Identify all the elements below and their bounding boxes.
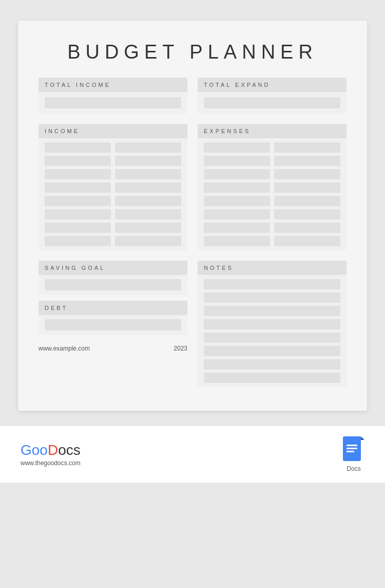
page-title: BUDGET PLANNER (38, 41, 346, 63)
footer: www.example.com 2023 (38, 341, 187, 352)
table-row (204, 169, 340, 179)
expense-cell-8b[interactable] (274, 236, 340, 246)
income-cell-5a[interactable] (45, 196, 111, 206)
note-cell-4[interactable] (204, 319, 340, 329)
expenses-rows (198, 138, 346, 250)
table-row (45, 196, 181, 206)
income-cell-7a[interactable] (45, 223, 111, 233)
docs-file-icon (343, 436, 364, 463)
budget-planner-page: BUDGET PLANNER TOTAL INCOME TOTAL EXPAND… (18, 21, 367, 411)
note-cell-5[interactable] (204, 333, 340, 343)
income-cell-3a[interactable] (45, 169, 111, 179)
expense-cell-3b[interactable] (274, 169, 340, 179)
expenses-header: EXPENSES (198, 124, 346, 138)
right-bottom-area: NOTES (198, 261, 346, 387)
expense-cell-7a[interactable] (204, 223, 270, 233)
saving-goal-body (38, 275, 187, 295)
svg-rect-2 (346, 445, 357, 446)
expense-cell-5a[interactable] (204, 196, 270, 206)
left-bottom-area: SAVING GOAL DEBT www.example.com 2023 (38, 261, 187, 387)
expenses-table: EXPENSES (198, 124, 346, 250)
middle-section: INCOME (38, 124, 346, 250)
saving-goal-bar[interactable] (45, 279, 181, 290)
table-row (204, 209, 340, 219)
table-row (45, 223, 181, 233)
table-row (204, 182, 340, 193)
table-row (45, 169, 181, 179)
income-cell-6a[interactable] (45, 209, 111, 219)
footer-url: www.example.com (38, 345, 90, 352)
total-expand-value-bar[interactable] (204, 97, 340, 108)
note-cell-8[interactable] (204, 373, 340, 383)
expense-cell-3a[interactable] (204, 169, 270, 179)
expense-cell-1b[interactable] (274, 142, 340, 153)
expense-cell-7b[interactable] (274, 223, 340, 233)
note-cell-6[interactable] (204, 346, 340, 356)
svg-rect-3 (346, 448, 357, 449)
svg-marker-1 (361, 436, 364, 440)
table-row (204, 236, 340, 246)
income-cell-4a[interactable] (45, 182, 111, 193)
debt-header: DEBT (38, 301, 187, 315)
expense-cell-6b[interactable] (274, 209, 340, 219)
top-summary-section: TOTAL INCOME TOTAL EXPAND (38, 78, 346, 114)
table-row (204, 223, 340, 233)
docs-label: Docs (346, 465, 360, 472)
note-cell-7[interactable] (204, 359, 340, 370)
debt-bar[interactable] (45, 319, 181, 330)
logo-ocs: ocs (58, 442, 81, 458)
income-cell-1a[interactable] (45, 142, 111, 153)
logo-d: D (48, 442, 58, 458)
branding-bar: GooDocs www.thegoodocs.com Docs (0, 426, 385, 483)
goodocs-logo: GooDocs www.thegoodocs.com (21, 442, 81, 467)
note-cell-3[interactable] (204, 306, 340, 316)
income-rows (38, 138, 187, 250)
table-row (45, 156, 181, 166)
total-expand-body (198, 92, 346, 114)
total-income-body (38, 92, 187, 114)
total-expand-card: TOTAL EXPAND (198, 78, 346, 114)
income-header: INCOME (38, 124, 187, 138)
income-cell-2a[interactable] (45, 156, 111, 166)
table-row (45, 142, 181, 153)
notes-rows (198, 275, 346, 387)
logo-text: GooDocs (21, 442, 81, 458)
table-row (45, 236, 181, 246)
table-row (204, 196, 340, 206)
income-cell-2b[interactable] (115, 156, 181, 166)
expense-cell-4a[interactable] (204, 182, 270, 193)
table-row (45, 182, 181, 193)
expense-cell-2a[interactable] (204, 156, 270, 166)
income-cell-8a[interactable] (45, 236, 111, 246)
total-expand-header: TOTAL EXPAND (198, 78, 346, 92)
income-cell-8b[interactable] (115, 236, 181, 246)
income-cell-3b[interactable] (115, 169, 181, 179)
income-cell-1b[interactable] (115, 142, 181, 153)
debt-card: DEBT (38, 301, 187, 335)
svg-rect-4 (346, 451, 354, 452)
income-table: INCOME (38, 124, 187, 250)
table-row (204, 142, 340, 153)
debt-body (38, 315, 187, 335)
logo-url: www.thegoodocs.com (21, 460, 81, 467)
total-income-header: TOTAL INCOME (38, 78, 187, 92)
logo-goo: Goo (21, 442, 48, 458)
income-cell-5b[interactable] (115, 196, 181, 206)
expense-cell-6a[interactable] (204, 209, 270, 219)
note-cell-2[interactable] (204, 292, 340, 303)
expense-cell-1a[interactable] (204, 142, 270, 153)
expense-cell-8a[interactable] (204, 236, 270, 246)
expense-cell-5b[interactable] (274, 196, 340, 206)
expense-cell-4b[interactable] (274, 182, 340, 193)
total-income-value-bar[interactable] (45, 97, 181, 108)
saving-goal-header: SAVING GOAL (38, 261, 187, 275)
footer-year: 2023 (174, 345, 187, 352)
total-income-card: TOTAL INCOME (38, 78, 187, 114)
expense-cell-2b[interactable] (274, 156, 340, 166)
notes-card: NOTES (198, 261, 346, 387)
income-cell-4b[interactable] (115, 182, 181, 193)
table-row (45, 209, 181, 219)
income-cell-7b[interactable] (115, 223, 181, 233)
note-cell-1[interactable] (204, 279, 340, 289)
income-cell-6b[interactable] (115, 209, 181, 219)
